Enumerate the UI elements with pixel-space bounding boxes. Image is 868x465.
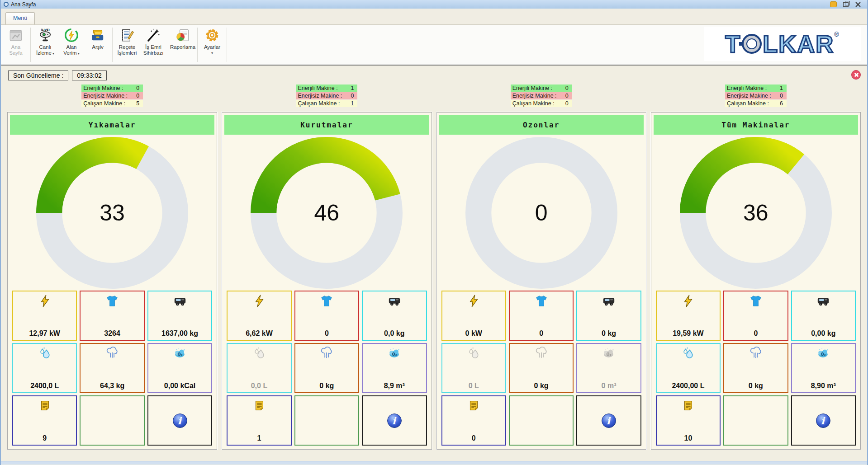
ozone-icon bbox=[173, 347, 187, 360]
tile-value: 0,0 L bbox=[228, 382, 290, 390]
shirt-icon bbox=[320, 294, 333, 308]
count-row: Çalışan Makine :1 bbox=[296, 100, 357, 107]
count-value: 5 bbox=[136, 100, 139, 107]
toolbar-item-label: Verim ▾ bbox=[63, 50, 80, 56]
toolbar-item-label: Alan bbox=[66, 44, 76, 50]
toolbar-item-ayarlar[interactable]: Ayarlar▾ bbox=[199, 26, 225, 64]
count-label: Enerjisiz Makine : bbox=[83, 92, 136, 99]
notepad-icon bbox=[38, 399, 52, 413]
last-update-time: 09:33:02 bbox=[72, 70, 107, 80]
toolbar-separator bbox=[227, 28, 227, 62]
tile-value: 0 kg bbox=[510, 382, 573, 390]
panel-yıkamalar: Yıkamalar3312,97 kW32641637,00 kg2400,0 … bbox=[7, 112, 217, 450]
tile-ozone: 8,9 m³ bbox=[362, 343, 427, 393]
stat-tiles: 0 kW00 kg0 L0 kg0 m³0 bbox=[437, 289, 646, 449]
tile-notepad: 1 bbox=[227, 395, 291, 446]
tolkar-logo: T LKAR ® bbox=[704, 27, 861, 61]
count-row: Enerjisiz Makine :0 bbox=[296, 92, 357, 99]
panel-col-1: Yıkamalar3312,97 kW32641637,00 kg2400,0 … bbox=[7, 112, 217, 450]
tile-value: 0 kg bbox=[577, 329, 640, 338]
tile-value: 0,00 kg bbox=[792, 329, 855, 338]
steam-icon bbox=[105, 347, 119, 360]
toolbar-separator bbox=[112, 28, 113, 62]
tile-notepad: 10 bbox=[656, 395, 721, 446]
tile-shirt: 0 bbox=[509, 291, 574, 341]
toolbar-item-ana-sayfa[interactable]: AnaSayfa bbox=[3, 26, 29, 64]
panel-kurutmalar: Kurutmalar466,62 kW00,0 kg0,0 L0 kg8,9 m… bbox=[222, 112, 432, 450]
count-label: Çalışan Makine : bbox=[512, 100, 565, 107]
close-button[interactable] bbox=[855, 1, 861, 7]
tile-info[interactable] bbox=[791, 395, 856, 446]
toolbar-item-raporlama[interactable]: Raporlama bbox=[170, 26, 196, 64]
restore-button[interactable] bbox=[843, 2, 849, 7]
toolbar-item-label: Sihirbazı bbox=[143, 50, 164, 56]
tile-info[interactable] bbox=[147, 395, 212, 446]
gauge: 33 bbox=[8, 137, 217, 289]
logo-letters-rest: LKAR bbox=[763, 30, 834, 58]
tile-drops: 2400,00 L bbox=[656, 343, 721, 393]
camera-icon bbox=[38, 28, 53, 43]
panel-ozonlar: Ozonlar00 kW00 kg0 L0 kg0 m³0 bbox=[436, 112, 646, 450]
tile-value: 64,3 kg bbox=[81, 382, 143, 390]
count-value: 0 bbox=[136, 85, 139, 92]
window-title: Ana Sayfa bbox=[11, 1, 830, 8]
drops-icon bbox=[252, 347, 266, 360]
notepad-icon bbox=[252, 399, 266, 413]
notepad-icon bbox=[681, 399, 695, 413]
tile-steam: 0 kg bbox=[294, 343, 359, 393]
tile-value: 9 bbox=[13, 434, 76, 442]
tile-notepad: 9 bbox=[12, 395, 77, 446]
toolbar-item-canli-izleme[interactable]: Canlıİzleme ▾ bbox=[32, 26, 58, 64]
toolbar-item-recete-islemleri[interactable]: Reçeteİşlemleri bbox=[114, 26, 140, 64]
bolt-icon bbox=[252, 294, 266, 308]
panel-col-4: Tüm Makinalar3619,59 kW00,00 kg2400,00 L… bbox=[651, 112, 861, 450]
count-label: Çalışan Makine : bbox=[298, 100, 351, 107]
shirt-icon bbox=[749, 294, 763, 308]
toolbar-item-label: Raporlama bbox=[170, 44, 195, 50]
tile-info[interactable] bbox=[362, 395, 427, 446]
gear-icon bbox=[204, 28, 220, 43]
toolbar-item-alan-verim[interactable]: AlanVerim ▾ bbox=[58, 26, 85, 64]
tab-menu[interactable]: Menü bbox=[5, 12, 35, 24]
panel-col-2: Kurutmalar466,62 kW00,0 kg0,0 L0 kg8,9 m… bbox=[222, 112, 432, 450]
bolt-icon bbox=[681, 294, 695, 308]
tile-value: 12,97 kW bbox=[13, 329, 76, 338]
content-close-icon[interactable] bbox=[851, 70, 861, 80]
panel-title: Ozonlar bbox=[439, 115, 644, 135]
machine-counts: Enerjili Makine :1Enerjisiz Makine :0Çal… bbox=[725, 85, 787, 108]
toolbar-item-label: Arşiv bbox=[92, 44, 104, 50]
tile-drops: 0 L bbox=[441, 343, 506, 393]
counts-col-2: Enerjili Makine :1Enerjisiz Makine :0Çal… bbox=[222, 82, 432, 112]
tile-steam: 64,3 kg bbox=[80, 343, 144, 393]
tile-value: 8,90 m³ bbox=[792, 382, 855, 390]
panel-title: Yıkamalar bbox=[10, 115, 214, 135]
count-value: 0 bbox=[136, 92, 139, 99]
ozone-icon bbox=[816, 347, 830, 360]
report-icon bbox=[175, 28, 190, 43]
tile-info[interactable] bbox=[576, 395, 641, 446]
info-icon bbox=[386, 412, 403, 429]
count-value: 0 bbox=[565, 85, 569, 92]
toolbar-item-arsiv[interactable]: Arşiv bbox=[85, 26, 111, 64]
tile-value: 0 bbox=[510, 329, 573, 338]
steam-icon bbox=[320, 347, 333, 360]
toolbar-item-label: İşlemleri bbox=[118, 50, 137, 56]
count-value: 0 bbox=[565, 100, 569, 107]
tile-shirt: 3264 bbox=[80, 291, 144, 341]
chevron-down-icon: ▾ bbox=[211, 50, 213, 56]
counts-col-1: Enerjili Makine :0Enerjisiz Makine :0Çal… bbox=[7, 82, 217, 112]
minimize-button[interactable] bbox=[830, 1, 837, 7]
energy-icon bbox=[64, 28, 79, 43]
gauge-value: 33 bbox=[100, 200, 125, 226]
tile-value: 0 bbox=[442, 434, 505, 442]
tile-steam: 0 kg bbox=[723, 343, 788, 393]
logo-letter-t: T bbox=[725, 30, 741, 58]
tab-strip: Menü bbox=[1, 9, 867, 25]
toolbar-item-is-emri-sihirbazi[interactable]: İş EmriSihirbazı bbox=[140, 26, 166, 64]
count-label: Enerjisiz Makine : bbox=[298, 92, 351, 99]
machine-counts-row: Enerjili Makine :0Enerjisiz Makine :0Çal… bbox=[1, 82, 867, 112]
toolbar-item-label: Ana bbox=[11, 44, 20, 50]
notepad-icon bbox=[467, 399, 480, 413]
ironer-icon bbox=[602, 294, 616, 308]
title-bar: Ana Sayfa bbox=[1, 0, 867, 9]
